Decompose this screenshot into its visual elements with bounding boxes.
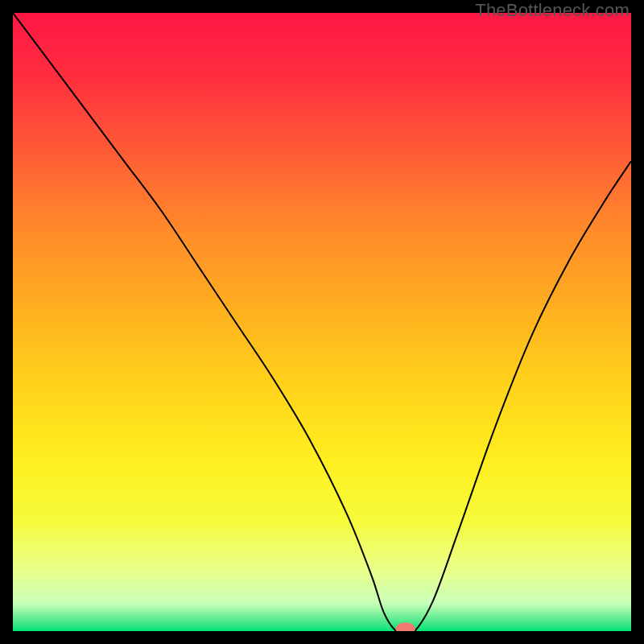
plot-area bbox=[13, 13, 631, 631]
bottleneck-chart bbox=[13, 13, 631, 631]
watermark-label: TheBottleneck.com bbox=[475, 0, 630, 21]
chart-frame: TheBottleneck.com bbox=[0, 0, 644, 644]
